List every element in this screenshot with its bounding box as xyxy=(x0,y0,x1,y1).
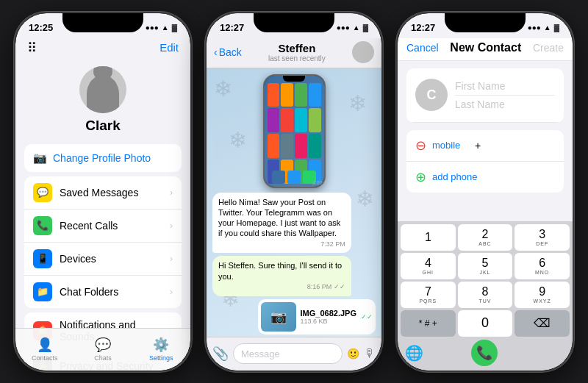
contact-form: C First Name Last Name xyxy=(406,68,564,123)
image-message: 📷 IMG_0682.JPG 113.6 KB ✓✓ xyxy=(258,299,376,334)
avatar[interactable] xyxy=(79,66,126,113)
profile-section: Clark xyxy=(15,60,190,141)
grid-icon[interactable]: ⠿ xyxy=(27,40,37,56)
message-outgoing-1: Hi Steffen. Sure thing, I'll send it to … xyxy=(212,256,351,296)
key-1[interactable]: 1 xyxy=(401,224,456,251)
new-contact-phone: 12:27 ●●● ▲ ▓ Cancel New Contact Create … xyxy=(396,12,574,372)
contact-avatar: C xyxy=(415,79,448,111)
avatar-letter: C xyxy=(427,87,437,103)
message-text: Hi Steffen. Sure thing, I'll send it to … xyxy=(218,261,342,280)
last-name-placeholder: Last Name xyxy=(455,99,505,110)
camera-icon: 📷 xyxy=(33,151,47,165)
key-7[interactable]: 7PQRS xyxy=(401,282,456,308)
message-input[interactable]: Message xyxy=(233,343,343,364)
saved-messages-row[interactable]: 💬 Saved Messages › xyxy=(24,176,182,210)
chat-folders-row[interactable]: 📁 Chat Folders › xyxy=(24,276,182,308)
battery-icon: ▓ xyxy=(172,24,177,32)
status-icons-2: ●●● ▲ ▓ xyxy=(337,24,368,32)
first-name-field[interactable]: First Name xyxy=(455,77,555,96)
chat-folders-icon: 📁 xyxy=(33,282,52,301)
chats-tab-icon: 💬 xyxy=(95,337,111,353)
signal-icon: ●●● xyxy=(337,24,350,32)
settings-header: ⠿ Edit xyxy=(15,38,190,60)
cancel-button[interactable]: Cancel xyxy=(406,42,439,54)
recent-calls-row[interactable]: 📞 Recent Calls › xyxy=(24,210,182,243)
tab-bar: 👤 Contacts 💬 Chats ⚙️ Settings xyxy=(15,328,190,371)
tab-contacts[interactable]: 👤 Contacts xyxy=(15,329,74,371)
message-incoming-1: Hello Nima! Saw your Post on Twitter. Yo… xyxy=(212,193,351,254)
wifi-icon: ▲ xyxy=(162,24,169,32)
key-2[interactable]: 2ABC xyxy=(458,224,513,251)
chevron-icon: › xyxy=(170,187,173,198)
phone-type-label: mobile xyxy=(432,140,469,151)
contacts-tab-icon: 👤 xyxy=(37,337,53,353)
first-name-placeholder: First Name xyxy=(455,80,505,92)
tab-chats[interactable]: 💬 Chats xyxy=(74,329,132,371)
contact-avatar-row: C First Name Last Name xyxy=(406,68,564,123)
key-star-hash[interactable]: * # + xyxy=(401,310,456,337)
phone-field-row: ⊖ mobile + xyxy=(406,130,564,162)
add-phone-icon: ⊕ xyxy=(415,169,426,185)
time-3: 12:27 xyxy=(411,22,435,33)
message-time: 8:16 PM ✓✓ xyxy=(218,283,345,292)
chat-folders-label: Chat Folders xyxy=(60,286,162,298)
call-button[interactable]: 📞 xyxy=(471,340,498,366)
recent-calls-icon: 📞 xyxy=(33,216,52,235)
key-9[interactable]: 9WXYZ xyxy=(514,282,570,308)
notch xyxy=(445,13,526,32)
settings-tab-icon: ⚙️ xyxy=(153,337,169,353)
contact-nav: Cancel New Contact Create xyxy=(398,38,573,61)
back-label: Back xyxy=(219,46,242,58)
change-photo-row[interactable]: 📷 Change Profile Photo xyxy=(24,144,182,172)
globe-icon[interactable]: 🌐 xyxy=(405,344,423,362)
phone-number-value[interactable]: + xyxy=(475,140,555,151)
attach-button[interactable]: 📎 xyxy=(212,346,229,362)
last-name-field[interactable]: Last Name xyxy=(455,96,555,113)
add-phone-row[interactable]: ⊕ add phone xyxy=(406,162,564,193)
time-2: 12:27 xyxy=(220,22,244,33)
add-phone-label: add phone xyxy=(432,171,477,182)
battery-icon: ▓ xyxy=(363,24,368,32)
numpad: 1 2ABC 3DEF 4GHI 5JKL 6MNO 7PQRS 8TUV 9W… xyxy=(398,221,573,371)
sticker-icon[interactable]: 🙂 xyxy=(347,348,359,359)
chat-phone: 12:27 ●●● ▲ ▓ ‹ Back Steffen last seen r… xyxy=(205,12,383,372)
chat-nav: ‹ Back Steffen last seen recently xyxy=(207,38,381,68)
wifi-icon: ▲ xyxy=(353,24,360,32)
key-0[interactable]: 0 xyxy=(458,310,513,337)
key-6[interactable]: 6MNO xyxy=(514,253,570,279)
devices-icon: 📱 xyxy=(33,249,52,268)
message-placeholder: Message xyxy=(241,348,280,359)
chat-avatar[interactable] xyxy=(352,41,374,63)
key-5[interactable]: 5JKL xyxy=(458,253,513,279)
battery-icon: ▓ xyxy=(554,24,559,32)
create-button[interactable]: Create xyxy=(533,42,564,54)
message-time: 7:32 PM xyxy=(218,240,345,249)
numpad-grid: 1 2ABC 3DEF 4GHI 5JKL 6MNO 7PQRS 8TUV 9W… xyxy=(401,224,570,337)
key-delete[interactable]: ⌫ xyxy=(514,310,570,337)
devices-row[interactable]: 📱 Devices › xyxy=(24,243,182,276)
remove-phone-button[interactable]: ⊖ xyxy=(415,137,426,154)
key-8[interactable]: 8TUV xyxy=(458,282,513,308)
time-1: 12:25 xyxy=(29,22,53,33)
phone-number-section: ⊖ mobile + ⊕ add phone xyxy=(406,130,564,193)
settings-tab-label: Settings xyxy=(149,354,173,362)
chat-title: Steffen last seen recently xyxy=(246,42,348,62)
chats-tab-label: Chats xyxy=(94,354,112,362)
chat-input-bar: 📎 Message 🙂 🎙 xyxy=(207,337,381,371)
image-filename: IMG_0682.JPG xyxy=(301,309,356,318)
new-contact-title: New Contact xyxy=(450,41,521,54)
saved-messages-icon: 💬 xyxy=(33,183,52,202)
back-button[interactable]: ‹ Back xyxy=(214,46,242,58)
mic-button[interactable]: 🎙 xyxy=(364,347,376,360)
saved-messages-label: Saved Messages xyxy=(60,187,162,198)
settings-phone: 12:25 ●●● ▲ ▓ ⠿ Edit Clark 📷 Change Prof… xyxy=(14,12,192,372)
edit-button[interactable]: Edit xyxy=(159,41,179,54)
notch xyxy=(62,13,143,32)
image-size: 113.6 KB xyxy=(301,318,356,325)
recent-calls-label: Recent Calls xyxy=(60,220,162,232)
signal-icon: ●●● xyxy=(146,24,159,32)
key-4[interactable]: 4GHI xyxy=(401,253,456,279)
key-3[interactable]: 3DEF xyxy=(514,224,570,251)
devices-label: Devices xyxy=(60,253,162,265)
tab-settings[interactable]: ⚙️ Settings xyxy=(132,329,190,371)
